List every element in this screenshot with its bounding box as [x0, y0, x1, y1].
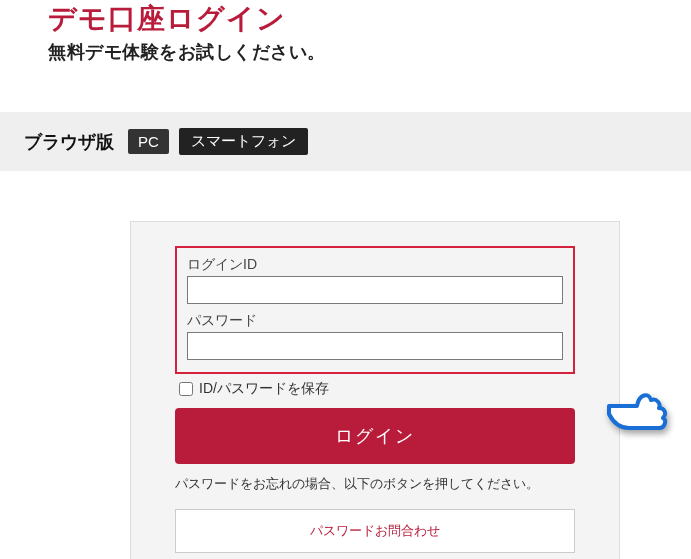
password-input[interactable]	[187, 332, 563, 360]
password-contact-button[interactable]: パスワードお問合わせ	[175, 509, 575, 553]
login-button[interactable]: ログイン	[175, 408, 575, 464]
login-id-label: ログインID	[187, 256, 563, 274]
remember-label: ID/パスワードを保存	[199, 380, 329, 398]
remember-row: ID/パスワードを保存	[179, 380, 575, 398]
tab-pc[interactable]: PC	[128, 129, 169, 154]
page-subtitle: 無料デモ体験をお試しください。	[48, 40, 691, 64]
browser-tab-bar: ブラウザ版 PC スマートフォン	[0, 112, 691, 171]
page-header: デモ口座ログイン 無料デモ体験をお試しください。	[0, 0, 691, 64]
password-label: パスワード	[187, 312, 563, 330]
login-id-input[interactable]	[187, 276, 563, 304]
pointing-hand-icon	[599, 382, 677, 440]
tab-bar-label: ブラウザ版	[24, 130, 114, 154]
credential-highlight-box: ログインID パスワード	[175, 246, 575, 374]
page-title: デモ口座ログイン	[48, 0, 691, 38]
forgot-password-text: パスワードをお忘れの場合、以下のボタンを押してください。	[175, 474, 575, 495]
login-panel: ログインID パスワード ID/パスワードを保存 ログイン パスワードをお忘れの…	[130, 221, 620, 559]
remember-checkbox[interactable]	[179, 382, 193, 396]
tab-smartphone[interactable]: スマートフォン	[179, 128, 308, 155]
